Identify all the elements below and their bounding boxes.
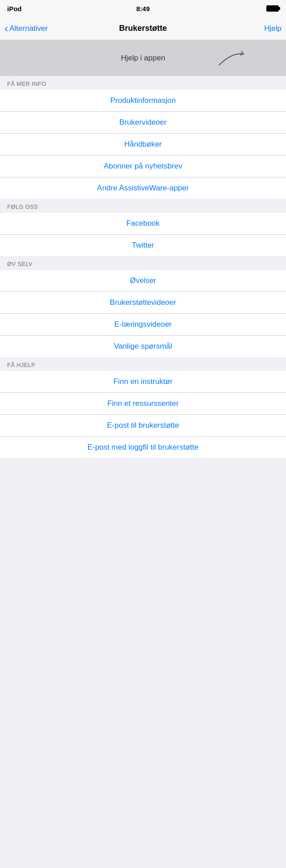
list-group-fa-mer-info: ProduktinformasjonBrukervideoerHåndbøker… [0,90,286,199]
list-item-label-brukerstotte-videoer: Brukerstøttevideoer [110,298,176,307]
time: 8:49 [136,5,150,13]
bottom-space [0,458,286,476]
list-item-facebook[interactable]: Facebook [0,213,286,235]
chevron-left-icon: ‹ [4,23,8,34]
list-item-label-produktinformasjon: Produktinformasjon [110,96,176,105]
list-item-ovelser[interactable]: Øvelser [0,270,286,292]
list-group-fa-hjelp: Finn en instruktørFinn et ressurssenterE… [0,371,286,458]
list-item-twitter[interactable]: Twitter [0,235,286,256]
list-item-label-epost-loggfil: E-post med loggfil til brukerstøtte [88,443,198,452]
list-item-label-facebook: Facebook [126,219,160,228]
list-item-andre-apper[interactable]: Andre AssistiveWare-apper [0,177,286,199]
list-item-label-finn-ressurssenter: Finn et ressurssenter [107,399,179,408]
list-item-label-brukervideoer: Brukervideoer [119,118,167,127]
list-item-label-handboker: Håndbøker [124,140,162,149]
list-item-brukervideoer[interactable]: Brukervideoer [0,112,286,134]
list-item-abonner[interactable]: Abonner på nyhetsbrev [0,156,286,177]
back-button[interactable]: ‹ Alternativer [4,23,48,34]
list-item-finn-instruktor[interactable]: Finn en instruktør [0,371,286,393]
help-button[interactable]: Hjelp [264,24,282,33]
list-item-finn-ressurssenter[interactable]: Finn et ressurssenter [0,393,286,415]
list-item-e-laering[interactable]: E-læringsvideoer [0,314,286,336]
help-in-app-section: Hjelp i appen [0,40,286,76]
list-item-epost-brukerstotte[interactable]: E-post til brukerstøtte [0,415,286,437]
status-bar-right [266,5,279,12]
section-header-fa-hjelp: FÅ HJELP [0,357,286,371]
list-item-produktinformasjon[interactable]: Produktinformasjon [0,90,286,112]
list-group-folg-oss: FacebookTwitter [0,213,286,256]
arrow-curve-icon [214,47,250,70]
list-group-ov-selv: ØvelserBrukerstøttevideoerE-læringsvideo… [0,270,286,357]
list-item-label-ovelser: Øvelser [130,276,156,285]
list-item-label-epost-brukerstotte: E-post til brukerstøtte [107,421,179,430]
list-item-label-abonner: Abonner på nyhetsbrev [104,162,182,171]
list-item-label-andre-apper: Andre AssistiveWare-apper [97,184,189,193]
list-item-handboker[interactable]: Håndbøker [0,134,286,156]
list-item-brukerstotte-videoer[interactable]: Brukerstøttevideoer [0,292,286,314]
nav-bar: ‹ Alternativer Brukerstøtte Hjelp [0,17,286,40]
section-header-fa-mer-info: FÅ MER INFO [0,76,286,90]
help-in-app-text: Hjelp i appen [121,54,165,63]
list-item-label-twitter: Twitter [132,241,154,250]
list-item-label-e-laering: E-læringsvideoer [114,320,172,329]
list-item-label-vanlige-sporsmal: Vanlige spørsmål [114,342,172,351]
battery-icon [266,5,279,12]
sections-container: FÅ MER INFOProduktinformasjonBrukervideo… [0,76,286,458]
device-name: iPod [7,5,22,13]
status-bar: iPod 8:49 [0,0,286,17]
section-header-ov-selv: ØV SELV [0,256,286,270]
list-item-label-finn-instruktor: Finn en instruktør [114,377,172,386]
list-item-epost-loggfil[interactable]: E-post med loggfil til brukerstøtte [0,437,286,458]
section-header-folg-oss: FØLG OSS [0,199,286,213]
back-label: Alternativer [9,24,48,33]
list-item-vanlige-sporsmal[interactable]: Vanlige spørsmål [0,336,286,357]
page-title: Brukerstøtte [119,24,167,33]
